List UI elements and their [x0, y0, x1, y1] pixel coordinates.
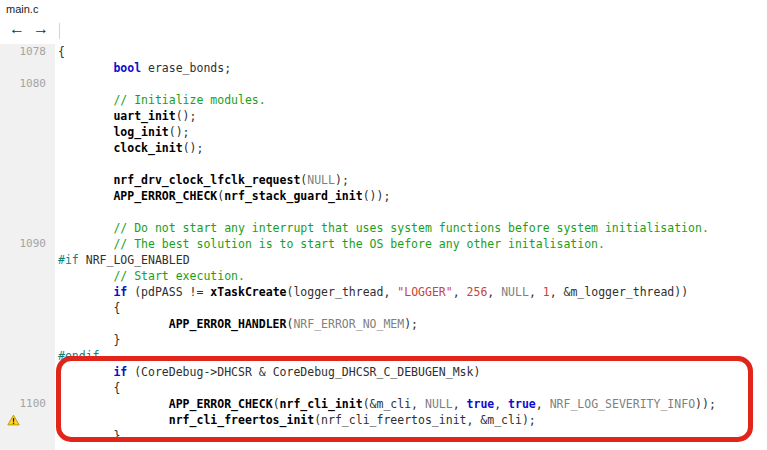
code-line[interactable]: {	[0, 380, 767, 396]
code-line[interactable]: if (pdPASS != xTaskCreate(logger_thread,…	[0, 284, 767, 300]
code-line[interactable]: #endif	[0, 348, 767, 364]
line-number	[0, 316, 55, 332]
code-line[interactable]: 1078{	[0, 44, 767, 60]
line-number	[0, 284, 55, 300]
code-text: log_init();	[55, 124, 767, 140]
code-line[interactable]: }	[0, 332, 767, 348]
code-token: // Do not start any interrupt that uses …	[113, 221, 708, 235]
code-token: // Initialize modules.	[113, 93, 265, 107]
line-number	[0, 172, 55, 188]
code-token: );	[335, 173, 349, 187]
line-number	[0, 380, 55, 396]
code-text: uart_init();	[55, 108, 767, 124]
code-line[interactable]: bool erase_bonds;	[0, 60, 767, 76]
code-token: ());	[363, 189, 391, 203]
code-lines: 1078{bool erase_bonds;1080// Initialize …	[0, 44, 767, 444]
code-text: APP_ERROR_CHECK(nrf_cli_init(&m_cli, NUL…	[55, 396, 767, 412]
code-text: APP_ERROR_HANDLER(NRF_ERROR_NO_MEM);	[55, 316, 767, 332]
code-text: bool erase_bonds;	[55, 60, 767, 76]
line-number	[0, 252, 55, 268]
code-token: ,	[536, 397, 550, 411]
code-token: {	[113, 381, 120, 395]
line-number	[0, 60, 55, 76]
code-editor[interactable]: 1078{bool erase_bonds;1080// Initialize …	[0, 44, 767, 450]
code-line[interactable]: uart_init();	[0, 108, 767, 124]
line-number	[0, 268, 55, 284]
navigate-forward-button[interactable]: →	[33, 20, 49, 38]
code-token: (&m_cli,	[363, 397, 425, 411]
code-text	[55, 204, 767, 220]
code-token: ();	[176, 109, 197, 123]
code-token: , &m_logger_thread))	[550, 285, 688, 299]
code-token: uart_init	[113, 109, 175, 123]
code-token: true	[467, 397, 495, 411]
code-text: // The best solution is to start the OS …	[55, 236, 767, 252]
code-line[interactable]: log_init();	[0, 124, 767, 140]
code-text: // Start execution.	[55, 268, 767, 284]
line-number	[0, 332, 55, 348]
line-number	[0, 220, 55, 236]
code-token: 1	[543, 285, 550, 299]
code-text: // Do not start any interrupt that uses …	[55, 220, 767, 236]
code-token: ();	[169, 125, 190, 139]
code-text: if (pdPASS != xTaskCreate(logger_thread,…	[55, 284, 767, 300]
line-number: 1090	[0, 236, 55, 252]
code-text: #if NRF_LOG_ENABLED	[55, 252, 767, 268]
code-token: ,	[487, 285, 501, 299]
code-line[interactable]: #if NRF_LOG_ENABLED	[0, 252, 767, 268]
code-token: }	[113, 429, 120, 443]
code-token: NULL	[307, 173, 335, 187]
code-line[interactable]: // Do not start any interrupt that uses …	[0, 220, 767, 236]
code-text	[55, 156, 767, 172]
code-text: clock_init();	[55, 140, 767, 156]
code-token: ,	[494, 397, 508, 411]
code-line[interactable]	[0, 204, 767, 220]
code-line[interactable]: clock_init();	[0, 140, 767, 156]
code-token: nrf_drv_clock_lfclk_request	[113, 173, 300, 187]
code-line[interactable]: // Start execution.	[0, 268, 767, 284]
code-token: nrf_cli_init	[280, 397, 363, 411]
code-token: ();	[183, 141, 204, 155]
code-text: #endif	[55, 348, 767, 364]
line-number	[0, 124, 55, 140]
code-line[interactable]: 1080	[0, 76, 767, 92]
code-text: if (CoreDebug->DHCSR & CoreDebug_DHCSR_C…	[55, 364, 767, 380]
code-line[interactable]: nrf_cli_freertos_init(nrf_cli_freertos_i…	[0, 412, 767, 428]
code-token: );	[404, 317, 418, 331]
code-token: APP_ERROR_HANDLER	[169, 317, 287, 331]
code-line[interactable]: {	[0, 300, 767, 316]
code-text	[55, 76, 767, 92]
code-token: // The best solution is to start the OS …	[113, 237, 605, 251]
code-line[interactable]	[0, 156, 767, 172]
line-number	[0, 140, 55, 156]
code-text: nrf_cli_freertos_init(nrf_cli_freertos_i…	[55, 412, 767, 428]
code-line[interactable]: APP_ERROR_HANDLER(NRF_ERROR_NO_MEM);	[0, 316, 767, 332]
warning-triangle-icon[interactable]	[7, 414, 20, 426]
code-line[interactable]: APP_ERROR_CHECK(nrf_stack_guard_init());	[0, 188, 767, 204]
file-tab-main-c[interactable]: main.c	[6, 3, 38, 15]
line-number	[0, 428, 55, 444]
code-text: nrf_drv_clock_lfclk_request(NULL);	[55, 172, 767, 188]
code-line[interactable]: 1090// The best solution is to start the…	[0, 236, 767, 252]
code-line[interactable]: 1100APP_ERROR_CHECK(nrf_cli_init(&m_cli,…	[0, 396, 767, 412]
code-token: (logger_thread,	[287, 285, 398, 299]
code-line[interactable]: }	[0, 428, 767, 444]
line-number	[0, 92, 55, 108]
line-number	[0, 108, 55, 124]
code-token: clock_init	[113, 141, 182, 155]
code-token: log_init	[113, 125, 168, 139]
line-number	[0, 364, 55, 380]
code-token: nrf_stack_guard_init	[224, 189, 362, 203]
code-token: ,	[529, 285, 543, 299]
code-token: NRF_LOG_ENABLED	[79, 253, 190, 267]
code-token: (CoreDebug->DHCSR & CoreDebug_DHCSR_C_DE…	[127, 365, 480, 379]
line-number	[0, 348, 55, 364]
line-number: 1100	[0, 396, 55, 412]
line-number	[0, 300, 55, 316]
code-line[interactable]: if (CoreDebug->DHCSR & CoreDebug_DHCSR_C…	[0, 364, 767, 380]
navigate-back-button[interactable]: ←	[9, 20, 25, 38]
code-token: (nrf_cli_freertos_init, &m_cli);	[314, 413, 536, 427]
code-line[interactable]: nrf_drv_clock_lfclk_request(NULL);	[0, 172, 767, 188]
code-token: APP_ERROR_CHECK	[169, 397, 273, 411]
code-line[interactable]: // Initialize modules.	[0, 92, 767, 108]
